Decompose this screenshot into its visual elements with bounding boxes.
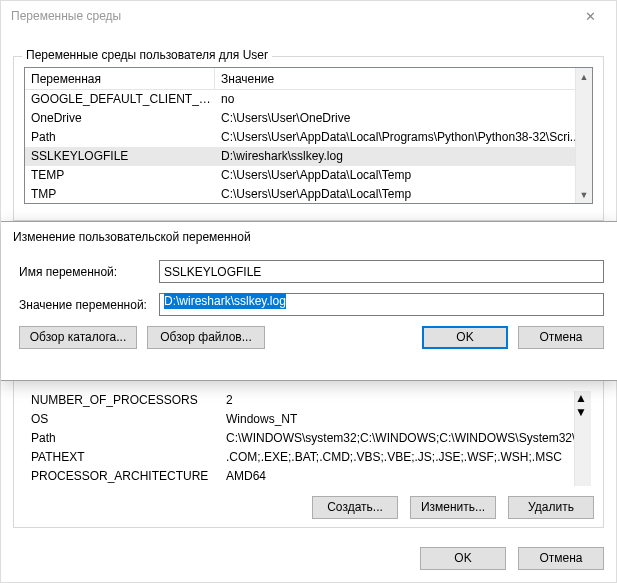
edit-variable-dialog: Изменение пользовательской переменной Им…	[1, 221, 617, 381]
table-row[interactable]: PathC:\WINDOWS\system32;C:\WINDOWS;C:\WI…	[25, 429, 592, 448]
browse-files-button[interactable]: Обзор файлов...	[147, 326, 265, 349]
table-row[interactable]: NUMBER_OF_PROCESSORS2	[25, 391, 592, 410]
col-value-header[interactable]: Значение	[215, 68, 592, 89]
var-value: 2	[220, 391, 592, 410]
var-name: Path	[25, 128, 215, 147]
table-header: Переменная Значение	[25, 68, 592, 90]
delete-button[interactable]: Удалить	[508, 496, 594, 519]
ok-button[interactable]: OK	[422, 326, 508, 349]
browse-directory-button[interactable]: Обзор каталога...	[19, 326, 137, 349]
var-name: GOOGLE_DEFAULT_CLIENT_S...	[25, 90, 215, 109]
close-icon[interactable]: ✕	[568, 2, 612, 30]
table-row[interactable]: SSLKEYLOGFILED:\wireshark\sslkey.log	[25, 147, 592, 166]
cancel-button[interactable]: Отмена	[518, 547, 604, 570]
scroll-down-icon[interactable]: ▼	[575, 405, 591, 419]
var-name: TEMP	[25, 166, 215, 185]
scrollbar[interactable]: ▲ ▼	[574, 391, 591, 486]
value-label: Значение переменной:	[19, 298, 159, 312]
cancel-button[interactable]: Отмена	[518, 326, 604, 349]
system-vars-buttons: Создать... Изменить... Удалить	[312, 496, 594, 519]
scrollbar[interactable]: ▲ ▼	[575, 68, 592, 203]
table-row[interactable]: TEMPC:\Users\User\AppData\Local\Temp	[25, 166, 592, 185]
table-row[interactable]: PROCESSOR_ARCHITECTUREAMD64	[25, 467, 592, 486]
table-row[interactable]: PathC:\Users\User\AppData\Local\Programs…	[25, 128, 592, 147]
var-value: C:\Users\User\OneDrive	[215, 109, 592, 128]
name-label: Имя переменной:	[19, 265, 159, 279]
var-name: OneDrive	[25, 109, 215, 128]
var-name: OS	[25, 410, 220, 429]
var-name: Path	[25, 429, 220, 448]
create-button[interactable]: Создать...	[312, 496, 398, 519]
col-name-header[interactable]: Переменная	[25, 68, 215, 89]
var-value: C:\Users\User\AppData\Local\Temp	[215, 185, 592, 204]
scroll-track[interactable]	[576, 85, 592, 186]
var-value: .COM;.EXE;.BAT;.CMD;.VBS;.VBE;.JS;.JSE;.…	[220, 448, 592, 467]
edit-dialog-title: Изменение пользовательской переменной	[1, 222, 617, 250]
name-row: Имя переменной:	[19, 260, 604, 283]
table-row[interactable]: GOOGLE_DEFAULT_CLIENT_S...no	[25, 90, 592, 109]
var-value: C:\Users\User\AppData\Local\Programs\Pyt…	[215, 128, 592, 147]
variable-value-input[interactable]: D:\wireshark\sslkey.log	[159, 293, 604, 316]
var-value: Windows_NT	[220, 410, 592, 429]
titlebar: Переменные среды ✕	[1, 1, 616, 31]
var-value: D:\wireshark\sslkey.log	[215, 147, 592, 166]
var-value: C:\Users\User\AppData\Local\Temp	[215, 166, 592, 185]
ok-button[interactable]: OK	[420, 547, 506, 570]
env-vars-window: Переменные среды ✕ Переменные среды поль…	[0, 0, 617, 583]
table-row[interactable]: OSWindows_NT	[25, 410, 592, 429]
system-vars-table[interactable]: NUMBER_OF_PROCESSORS2OSWindows_NTPathC:\…	[25, 391, 592, 486]
table-row[interactable]: OneDriveC:\Users\User\OneDrive	[25, 109, 592, 128]
scroll-up-icon[interactable]: ▲	[575, 391, 591, 405]
main-buttons: OK Отмена	[420, 547, 604, 570]
user-vars-table[interactable]: Переменная Значение GOOGLE_DEFAULT_CLIEN…	[24, 67, 593, 204]
var-name: TMP	[25, 185, 215, 204]
table-row[interactable]: PATHEXT.COM;.EXE;.BAT;.CMD;.VBS;.VBE;.JS…	[25, 448, 592, 467]
user-group-title: Переменные среды пользователя для User	[22, 48, 272, 62]
var-value: no	[215, 90, 592, 109]
variable-name-input[interactable]	[159, 260, 604, 283]
var-name: SSLKEYLOGFILE	[25, 147, 215, 166]
var-value: AMD64	[220, 467, 592, 486]
var-name: NUMBER_OF_PROCESSORS	[25, 391, 220, 410]
var-name: PROCESSOR_ARCHITECTURE	[25, 467, 220, 486]
user-vars-group: Переменные среды пользователя для User П…	[13, 56, 604, 221]
scroll-up-icon[interactable]: ▲	[576, 68, 592, 85]
scroll-down-icon[interactable]: ▼	[576, 186, 592, 203]
var-name: PATHEXT	[25, 448, 220, 467]
value-row: Значение переменной: D:\wireshark\sslkey…	[19, 293, 604, 316]
table-row[interactable]: TMPC:\Users\User\AppData\Local\Temp	[25, 185, 592, 204]
var-value: C:\WINDOWS\system32;C:\WINDOWS;C:\WINDOW…	[220, 429, 592, 448]
edit-button[interactable]: Изменить...	[410, 496, 496, 519]
window-title: Переменные среды	[11, 9, 121, 23]
